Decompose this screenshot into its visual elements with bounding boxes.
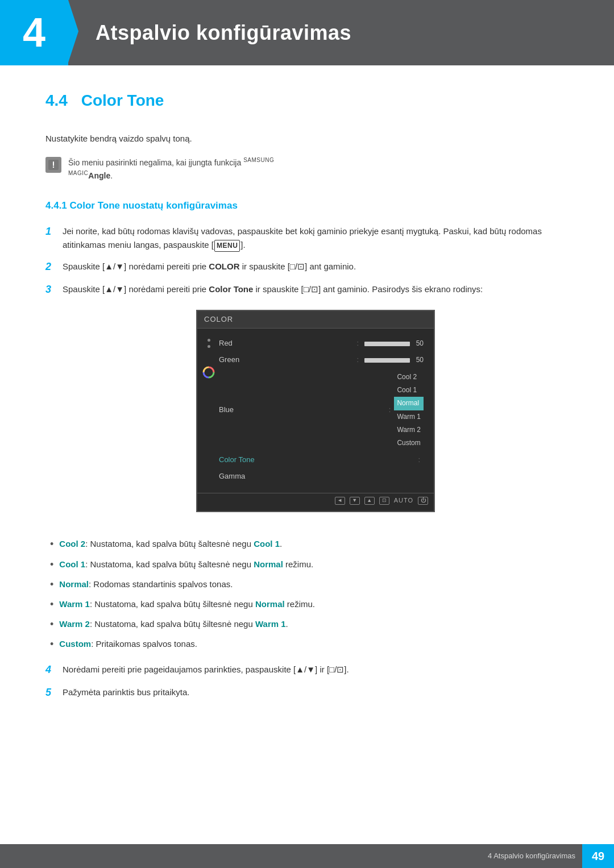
- menu-label-blue: Blue: [219, 404, 385, 416]
- option-normal: Normal: [394, 397, 424, 410]
- screen-title-bar: COLOR: [197, 311, 434, 329]
- bullet-list: Cool 2: Nustatoma, kad spalva būtų šalte…: [45, 537, 569, 651]
- section-title: Color Tone: [81, 92, 164, 109]
- bullet-warm2: Warm 2: Nustatoma, kad spalva būtų šilte…: [45, 617, 569, 632]
- step-3-content: Spauskite [▲/▼] norėdami pereiti prie Co…: [63, 283, 569, 529]
- bullet-warm2-content: Warm 2: Nustatoma, kad spalva būtų šilte…: [59, 617, 288, 631]
- bullet-warm1-label: Warm 1: [59, 599, 90, 609]
- step-3: Spauskite [▲/▼] norėdami pereiti prie Co…: [45, 283, 569, 529]
- color-tone-options: Cool 2 Cool 1 Normal Warm 1 Warm 2 Custo…: [394, 371, 424, 450]
- bullet-normal-content: Normal: Rodomas standartinis spalvos ton…: [59, 578, 233, 591]
- bullet-cool1-label: Cool 1: [59, 559, 85, 569]
- menu-item-green: Green : 50: [214, 352, 428, 368]
- screen-auto-label: AUTO: [394, 496, 413, 506]
- chapter-number: 4: [0, 0, 68, 65]
- step-3-colortone-label: Color Tone: [209, 284, 253, 294]
- step-5: Pažymėta parinktis bus pritaikyta.: [45, 686, 569, 700]
- bullet-custom: Custom: Pritaikomas spalvos tonas.: [45, 637, 569, 651]
- page-footer: 4 Atspalvio konfigūravimas 49: [0, 844, 614, 868]
- step-1: Jei norite, kad būtų rodomas klavišų vad…: [45, 225, 569, 252]
- menu-dot-1: [208, 339, 210, 342]
- bullet-cool1-ref: Normal: [254, 559, 283, 569]
- option-cool2: Cool 2: [394, 371, 424, 384]
- screen-bottom-bar: ◄ ▼ ▲ ⊡ AUTO ⏻: [197, 493, 434, 506]
- chapter-number-text: 4: [23, 0, 45, 65]
- bullet-warm1: Warm 1: Nustatoma, kad spalva būtų šilte…: [45, 597, 569, 612]
- bar-green: [364, 358, 410, 363]
- screen-btn-power: ⏻: [418, 497, 428, 505]
- step-2-content: Spauskite [▲/▼] norėdami pereiti prie CO…: [63, 260, 569, 273]
- subsection-heading: 4.4.1 Color Tone nuostatų konfigūravimas: [45, 198, 569, 213]
- menu-item-blue: Blue : Cool 2 Cool 1 Normal Warm 1 Warm …: [214, 368, 428, 452]
- screen-btn-down: ▼: [350, 497, 360, 505]
- sep-green: :: [356, 354, 359, 366]
- val-green: 50: [412, 355, 424, 366]
- sep-colortone: :: [418, 454, 420, 466]
- section-heading: 4.4 Color Tone: [45, 88, 569, 118]
- menu-dot-2: [208, 345, 210, 348]
- chapter-title: Atspalvio konfigūravimas: [68, 0, 351, 65]
- main-content: 4.4 Color Tone Nustatykite bendrą vaizdo…: [0, 88, 614, 700]
- chapter-header: 4 Atspalvio konfigūravimas: [0, 0, 614, 65]
- screen-mockup-wrapper: COLOR: [63, 310, 569, 513]
- bullet-cool1: Cool 1: Nustatoma, kad spalva būtų šalte…: [45, 558, 569, 572]
- bullet-normal-label: Normal: [59, 579, 89, 589]
- menu-label-green: Green: [219, 354, 353, 366]
- option-cool1: Cool 1: [394, 384, 424, 397]
- subsection-number: 4.4.1: [45, 200, 67, 211]
- menu-label-red: Red: [219, 338, 353, 350]
- section-description: Nustatykite bendrą vaizdo spalvų toną.: [45, 132, 569, 146]
- color-wheel-icon: [202, 366, 215, 379]
- subsection-title: Color Tone nuostatų konfigūravimas: [70, 200, 238, 211]
- sep-blue: :: [389, 404, 391, 416]
- screen-btn-enter: ⊡: [379, 497, 389, 505]
- step-5-content: Pažymėta parinktis bus pritaikyta.: [63, 686, 569, 699]
- bullet-custom-label: Custom: [59, 639, 91, 649]
- steps-list-2: Norėdami pereiti prie pageidaujamos pari…: [45, 663, 569, 699]
- bullet-warm2-ref: Warm 1: [255, 619, 286, 629]
- bar-red: [364, 342, 410, 346]
- menu-label-gamma: Gamma: [219, 471, 424, 483]
- bullet-cool2: Cool 2: Nustatoma, kad spalva būtų šalte…: [45, 537, 569, 551]
- screen-menu-area: Red : 50 Green : 50: [197, 329, 434, 489]
- step-2: Spauskite [▲/▼] norėdami pereiti prie CO…: [45, 260, 569, 274]
- sep-red: :: [356, 338, 359, 350]
- screen-mockup: COLOR: [196, 310, 435, 513]
- chapter-title-text: Atspalvio konfigūravimas: [96, 16, 351, 49]
- note-text: Šio meniu pasirinkti negalima, kai įjung…: [68, 156, 274, 182]
- note-icon: [45, 157, 61, 173]
- menu-label-colortone: Color Tone: [219, 454, 414, 466]
- bullet-normal: Normal: Rodomas standartinis spalvos ton…: [45, 578, 569, 592]
- step-4-content: Norėdami pereiti prie pageidaujamos pari…: [63, 663, 569, 676]
- screen-menu-left: [203, 335, 214, 484]
- footer-page-number: 49: [582, 844, 614, 868]
- section-number: 4.4: [45, 92, 68, 109]
- steps-list: Jei norite, kad būtų rodomas klavišų vad…: [45, 225, 569, 528]
- screen-menu-items: Red : 50 Green : 50: [214, 335, 428, 484]
- bullet-warm1-ref: Normal: [255, 599, 285, 609]
- footer-chapter-text: 4 Atspalvio konfigūravimas: [488, 850, 582, 862]
- note-box: Šio meniu pasirinkti negalima, kai įjung…: [45, 156, 569, 182]
- screen-btn-left: ◄: [335, 497, 345, 505]
- bullet-cool2-label: Cool 2: [59, 539, 85, 549]
- bullet-warm1-content: Warm 1: Nustatoma, kad spalva būtų šilte…: [59, 597, 315, 611]
- bullet-cool2-ref: Cool 1: [254, 539, 280, 549]
- bullet-warm2-label: Warm 2: [59, 619, 90, 629]
- step-4: Norėdami pereiti prie pageidaujamos pari…: [45, 663, 569, 677]
- bullet-cool2-content: Cool 2: Nustatoma, kad spalva būtų šalte…: [59, 537, 282, 551]
- step-1-content: Jei norite, kad būtų rodomas klavišų vad…: [63, 225, 569, 252]
- val-red: 50: [412, 338, 424, 349]
- svg-point-1: [53, 167, 54, 168]
- step-2-color-label: COLOR: [209, 261, 239, 271]
- menu-item-gamma: Gamma: [214, 468, 428, 485]
- menu-item-colortone: Color Tone :: [214, 452, 428, 468]
- option-warm1: Warm 1: [394, 410, 424, 423]
- menu-item-red: Red : 50: [214, 335, 428, 352]
- bullet-custom-content: Custom: Pritaikomas spalvos tonas.: [59, 637, 197, 651]
- option-custom: Custom: [394, 437, 424, 450]
- bullet-cool1-content: Cool 1: Nustatoma, kad spalva būtų šalte…: [59, 558, 313, 571]
- screen-title-text: COLOR: [204, 315, 233, 323]
- option-warm2: Warm 2: [394, 423, 424, 437]
- screen-btn-up: ▲: [364, 497, 375, 505]
- menu-button-label: MENU: [214, 240, 240, 252]
